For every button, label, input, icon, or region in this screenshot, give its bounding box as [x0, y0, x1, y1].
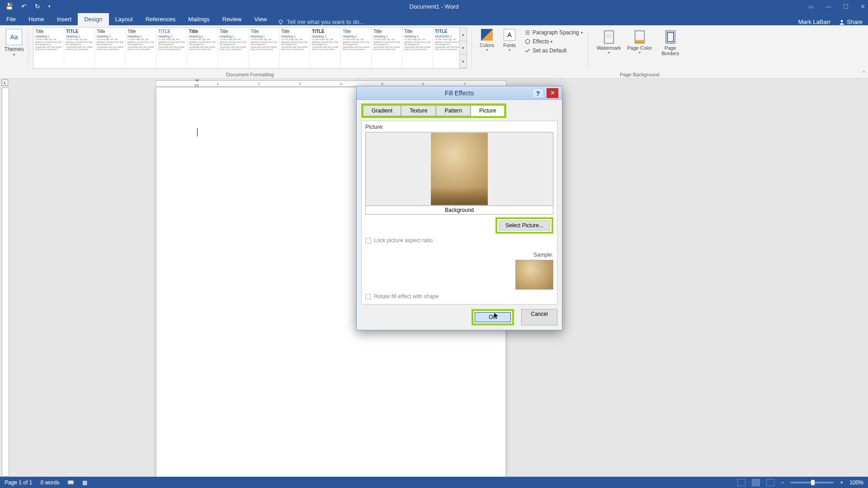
rotate-fill-label: Rotate fill effect with shape: [374, 293, 439, 300]
paragraph-spacing-button[interactable]: Paragraph Spacing ▾: [524, 28, 584, 37]
tab-picture[interactable]: Picture: [471, 105, 505, 116]
tab-file[interactable]: File: [0, 13, 22, 25]
tab-review[interactable]: Review: [216, 13, 248, 25]
style-card[interactable]: TitleHeading 1On the insert tab, the gal…: [95, 28, 126, 68]
zoom-slider[interactable]: [790, 482, 834, 483]
redo-icon[interactable]: ↻: [35, 3, 40, 10]
vertical-ruler[interactable]: [2, 88, 9, 477]
page-color-button[interactable]: Page Color ▾: [627, 29, 653, 56]
ok-button[interactable]: OK: [475, 312, 511, 322]
style-gallery[interactable]: TitleHeading 1On the insert tab, the gal…: [33, 27, 467, 69]
tell-me-search[interactable]: Tell me what you want to do...: [278, 19, 364, 25]
macro-icon[interactable]: ▦: [82, 479, 87, 486]
dialog-title: Fill Effects: [445, 89, 474, 97]
zoom-percent[interactable]: 100%: [849, 479, 863, 486]
tab-layout[interactable]: Layout: [109, 13, 139, 25]
separator: [472, 30, 472, 68]
style-card[interactable]: TitleHeading 1On the insert tab, the gal…: [341, 28, 372, 68]
style-card[interactable]: TITLEHeading 1On the insert tab, the gal…: [64, 28, 95, 68]
share-label: Share: [847, 19, 863, 25]
qat-customize-icon[interactable]: ▾: [48, 4, 51, 9]
dialog-tabs-highlight: Gradient Texture Pattern Picture: [361, 103, 506, 118]
dialog-titlebar[interactable]: Fill Effects ? ✕: [357, 86, 562, 100]
page-borders-button[interactable]: Page Borders: [657, 29, 684, 56]
zoom-slider-thumb[interactable]: [811, 480, 815, 485]
style-card[interactable]: TitleHeading 1On the insert tab, the gal…: [249, 28, 279, 68]
style-card[interactable]: TitleHeading 1On the insert tab, the gal…: [218, 28, 249, 68]
zoom-out-button[interactable]: −: [781, 479, 784, 486]
svg-rect-5: [635, 40, 644, 43]
set-default-button[interactable]: Set as Default: [524, 46, 584, 55]
style-card[interactable]: TITLEHeading 1On the insert tab, the gal…: [310, 28, 341, 68]
page-background-group: Watermark ▾ Page Color ▾ Page Borders Pa…: [591, 27, 688, 78]
save-icon[interactable]: 💾: [5, 3, 13, 10]
word-count[interactable]: 0 words: [40, 479, 59, 486]
colors-fonts-group: Colors ▾ A Fonts ▾: [475, 27, 522, 78]
minimize-icon[interactable]: —: [826, 3, 831, 10]
themes-icon: Aa: [6, 29, 22, 45]
fonts-button[interactable]: A Fonts ▾: [500, 29, 519, 78]
maximize-icon[interactable]: ☐: [843, 3, 849, 10]
tab-view[interactable]: View: [248, 13, 273, 25]
collapse-ribbon-icon[interactable]: ˄: [863, 70, 865, 76]
dialog-close-button[interactable]: ✕: [547, 88, 558, 98]
tab-design[interactable]: Design: [78, 13, 108, 25]
user-name[interactable]: Mark LaBarr: [798, 19, 831, 25]
status-bar: Page 1 of 1 0 words 📖 ▦ − + 100%: [0, 477, 868, 488]
title-bar: 💾 ↶ ↻ ▾ Document1 - Word ▭ — ☐ ✕: [0, 0, 868, 13]
share-button[interactable]: Share: [839, 19, 863, 25]
read-mode-button[interactable]: [737, 479, 745, 486]
share-icon: [839, 19, 845, 25]
page-color-label: Page Color: [627, 45, 653, 51]
gallery-scrollbar[interactable]: ▴▾▾: [459, 28, 467, 68]
effects-label: Effects: [533, 38, 549, 45]
style-card[interactable]: TitleHeading 1On the insert tab, the gal…: [402, 28, 433, 68]
undo-icon[interactable]: ↶: [21, 3, 27, 10]
print-layout-button[interactable]: [752, 479, 760, 486]
fonts-label: Fonts: [500, 42, 519, 48]
close-icon[interactable]: ✕: [860, 3, 865, 10]
svg-point-0: [279, 20, 283, 23]
colors-button[interactable]: Colors ▾: [477, 29, 496, 78]
tab-gradient[interactable]: Gradient: [363, 105, 401, 116]
chevron-down-icon: ▾: [627, 51, 653, 55]
colors-label: Colors: [477, 42, 496, 48]
ribbon-display-icon[interactable]: ▭: [808, 3, 814, 10]
page-info[interactable]: Page 1 of 1: [5, 479, 32, 486]
style-card[interactable]: TitleHeading 1On the insert tab, the gal…: [279, 28, 310, 68]
style-card[interactable]: TitleHeading 1On the insert tab, the gal…: [126, 28, 156, 68]
zoom-in-button[interactable]: +: [840, 479, 843, 486]
style-card[interactable]: TitleHeading 1On the insert tab, the gal…: [187, 28, 218, 68]
effects-button[interactable]: Effects ▾: [524, 37, 584, 46]
tab-references[interactable]: References: [139, 13, 182, 25]
lock-aspect-checkbox: [365, 238, 371, 244]
cancel-button[interactable]: Cancel: [521, 309, 557, 325]
web-layout-button[interactable]: [766, 479, 774, 486]
picture-label: Picture:: [365, 124, 553, 130]
ribbon-design: Aa Themes ▾ TitleHeading 1On the insert …: [0, 25, 868, 79]
select-picture-highlight: Select Picture...: [495, 217, 553, 234]
tab-home[interactable]: Home: [22, 13, 51, 25]
tab-pattern[interactable]: Pattern: [436, 105, 471, 116]
tab-texture[interactable]: Texture: [401, 105, 436, 116]
select-picture-button[interactable]: Select Picture...: [499, 221, 550, 230]
ribbon-tabs: File Home Insert Design Layout Reference…: [0, 13, 868, 25]
paragraph-spacing-label: Paragraph Spacing: [533, 29, 579, 36]
help-button[interactable]: ?: [532, 88, 544, 98]
style-card[interactable]: TITLEHeading 1On the insert tab, the gal…: [156, 28, 187, 68]
quick-access-toolbar: 💾 ↶ ↻ ▾: [0, 3, 51, 10]
tab-mailings[interactable]: Mailings: [182, 13, 216, 25]
picture-preview-frame: [365, 132, 553, 206]
lock-aspect-checkbox-row: Lock picture aspect ratio: [365, 237, 553, 244]
paragraph-options-group: Paragraph Spacing ▾ Effects ▾ Set as Def…: [522, 27, 585, 78]
style-card[interactable]: TitleHeading 1On the insert tab, the gal…: [33, 28, 64, 68]
watermark-button[interactable]: Watermark ▾: [596, 29, 622, 56]
spellcheck-icon[interactable]: 📖: [67, 479, 74, 486]
tab-insert[interactable]: Insert: [51, 13, 78, 25]
svg-rect-7: [667, 33, 674, 42]
tab-selector[interactable]: L: [2, 80, 8, 86]
style-card[interactable]: TitleHeading 1On the insert tab, the gal…: [372, 28, 402, 68]
text-cursor: [197, 128, 198, 136]
separator: [588, 30, 589, 68]
themes-button[interactable]: Aa Themes ▾: [4, 27, 24, 57]
